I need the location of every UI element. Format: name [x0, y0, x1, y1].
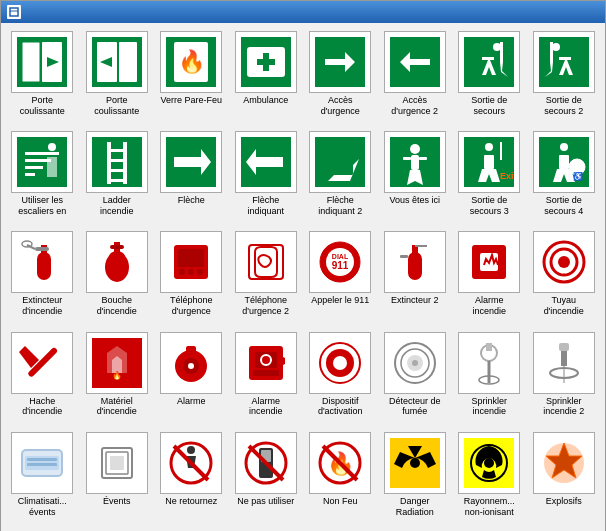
- grid-item-tuyau[interactable]: Tuyau d'incendie: [529, 229, 600, 325]
- grid-item-events[interactable]: Évents: [82, 430, 153, 526]
- item-label-ne-pas-utiliser: Ne pas utiliser: [237, 496, 294, 507]
- grid-item-danger-radiation[interactable]: Danger Radiation: [380, 430, 451, 526]
- item-label-porte-coulissante-2: Porte coulissante: [85, 95, 149, 117]
- grid-item-non-feu[interactable]: 🔥 Non Feu: [305, 430, 376, 526]
- grid-item-acces-urgence-2[interactable]: Accès d'urgence 2: [380, 29, 451, 125]
- icon-box-sortie-secours: [458, 31, 520, 93]
- window-icon: [7, 5, 21, 19]
- svg-rect-3: [22, 42, 40, 82]
- grid-item-bouche-incendie[interactable]: Bouche d'incendie: [82, 229, 153, 325]
- item-label-sortie-secours: Sortie de secours: [457, 95, 521, 117]
- svg-text:🔥: 🔥: [112, 370, 122, 380]
- grid-item-sortie-secours-3[interactable]: Exit Sortie de secours 3: [454, 129, 525, 225]
- grid-item-dispositif[interactable]: Dispositif d'activation: [305, 330, 376, 426]
- svg-point-128: [333, 356, 347, 370]
- svg-rect-44: [107, 149, 127, 152]
- grid-item-verre-pare-feu[interactable]: 🔥 Verre Pare-Feu: [156, 29, 227, 125]
- icon-grid: Porte coulissante Porte coulissante 🔥 Ve…: [1, 23, 605, 531]
- svg-rect-32: [550, 42, 553, 62]
- grid-item-telephone-urgence[interactable]: Téléphone d'urgence: [156, 229, 227, 325]
- grid-item-fleche-indiquant[interactable]: Flèche indiquant: [231, 129, 302, 225]
- grid-item-sprinkler-2[interactable]: Sprinkler incendie 2: [529, 330, 600, 426]
- item-label-tuyau: Tuyau d'incendie: [532, 295, 596, 317]
- grid-item-extincteur[interactable]: Extincteur d'incendie: [7, 229, 78, 325]
- item-label-hache: Hache d'incendie: [10, 396, 74, 418]
- grid-item-vous-etes-ici[interactable]: Vous êtes ici: [380, 129, 451, 225]
- svg-point-118: [188, 363, 194, 369]
- grid-item-porte-coulissante-2[interactable]: Porte coulissante: [82, 29, 153, 125]
- icon-box-danger-radiation: [384, 432, 446, 494]
- grid-item-escaliers[interactable]: Utiliser les escaliers en: [7, 129, 78, 225]
- icon-box-materiel: 🔥: [86, 332, 148, 394]
- grid-item-ne-pas-utiliser[interactable]: Ne pas utiliser: [231, 430, 302, 526]
- svg-text:🔥: 🔥: [178, 48, 206, 75]
- item-label-materiel: Matériel d'incendie: [85, 396, 149, 418]
- grid-item-ambulance[interactable]: Ambulance: [231, 29, 302, 125]
- svg-rect-57: [403, 157, 411, 160]
- icon-box-fleche: [160, 131, 222, 193]
- grid-item-acces-urgence[interactable]: Accès d'urgence: [305, 29, 376, 125]
- item-label-dispositif: Dispositif d'activation: [308, 396, 372, 418]
- svg-rect-45: [107, 159, 127, 162]
- item-label-explosifs: Explosifs: [546, 496, 582, 507]
- grid-item-fleche-indiquant-2[interactable]: Flèche indiquant 2: [305, 129, 376, 225]
- grid-item-hache[interactable]: Hache d'incendie: [7, 330, 78, 426]
- grid-item-ne-retournez[interactable]: Ne retournez: [156, 430, 227, 526]
- icon-box-vous-etes-ici: [384, 131, 446, 193]
- grid-item-fleche[interactable]: Flèche: [156, 129, 227, 225]
- icon-box-verre-pare-feu: 🔥: [160, 31, 222, 93]
- svg-point-35: [48, 143, 56, 151]
- svg-point-29: [552, 43, 560, 51]
- svg-rect-47: [107, 179, 127, 182]
- grid-item-porte-coulissante-1[interactable]: Porte coulissante: [7, 29, 78, 125]
- icon-box-porte-coulissante-2: [86, 31, 148, 93]
- icon-box-climatisation: [11, 432, 73, 494]
- icon-box-telephone-urgence-2: [235, 231, 297, 293]
- icon-box-fleche-indiquant-2: [309, 131, 371, 193]
- icon-box-alarme: [160, 332, 222, 394]
- svg-rect-62: [484, 155, 494, 169]
- svg-rect-17: [257, 59, 275, 65]
- grid-item-appeler-911[interactable]: DIAL 911 Appeler le 911: [305, 229, 376, 325]
- grid-item-alarme[interactable]: Alarme: [156, 330, 227, 426]
- grid-item-sortie-secours-2[interactable]: Sortie de secours 2: [529, 29, 600, 125]
- svg-marker-40: [47, 157, 57, 177]
- item-label-fleche-indiquant: Flèche indiquant: [234, 195, 298, 217]
- svg-rect-141: [561, 351, 567, 366]
- item-label-fleche-indiquant-2: Flèche indiquant 2: [308, 195, 372, 217]
- title-bar: [1, 1, 605, 23]
- item-label-telephone-urgence: Téléphone d'urgence: [159, 295, 223, 317]
- svg-rect-82: [110, 245, 124, 249]
- svg-point-155: [187, 446, 195, 454]
- grid-item-ladder[interactable]: Ladder incendie: [82, 129, 153, 225]
- item-label-rayonnement: Rayonnem... non-ionisant: [457, 496, 521, 518]
- item-label-events: Évents: [103, 496, 131, 507]
- grid-item-alarme-incendie[interactable]: Alarme incendie: [454, 229, 525, 325]
- svg-rect-30: [559, 57, 571, 60]
- grid-item-sortie-secours-4[interactable]: ♿ Sortie de secours 4: [529, 129, 600, 225]
- grid-item-detecteur[interactable]: Détecteur de fumée: [380, 330, 451, 426]
- svg-rect-73: [37, 252, 51, 280]
- grid-item-telephone-urgence-2[interactable]: Téléphone d'urgence 2: [231, 229, 302, 325]
- svg-rect-97: [408, 252, 422, 280]
- grid-item-explosifs[interactable]: Explosifs: [529, 430, 600, 526]
- icon-box-rayonnement: [458, 432, 520, 494]
- svg-point-67: [560, 143, 568, 151]
- grid-item-sortie-secours[interactable]: Sortie de secours: [454, 29, 525, 125]
- item-label-sortie-secours-4: Sortie de secours 4: [532, 195, 596, 217]
- icon-box-porte-coulissante-1: [11, 31, 73, 93]
- grid-item-climatisation[interactable]: Climatisati... évents: [7, 430, 78, 526]
- svg-rect-56: [411, 155, 419, 170]
- grid-item-extincteur-2[interactable]: Extincteur 2: [380, 229, 451, 325]
- item-label-vous-etes-ici: Vous êtes ici: [389, 195, 440, 206]
- grid-item-materiel[interactable]: 🔥 Matériel d'incendie: [82, 330, 153, 426]
- item-label-sprinkler-2: Sprinkler incendie 2: [532, 396, 596, 418]
- svg-point-122: [261, 355, 271, 365]
- grid-item-alarme-incendie-2[interactable]: Alarme incendie: [231, 330, 302, 426]
- svg-rect-42: [107, 142, 111, 184]
- grid-item-sprinkler[interactable]: Sprinkler incendie: [454, 330, 525, 426]
- grid-item-rayonnement[interactable]: Rayonnem... non-ionisant: [454, 430, 525, 526]
- svg-rect-28: [539, 37, 589, 87]
- item-label-telephone-urgence-2: Téléphone d'urgence 2: [234, 295, 298, 317]
- item-label-sortie-secours-2: Sortie de secours 2: [532, 95, 596, 117]
